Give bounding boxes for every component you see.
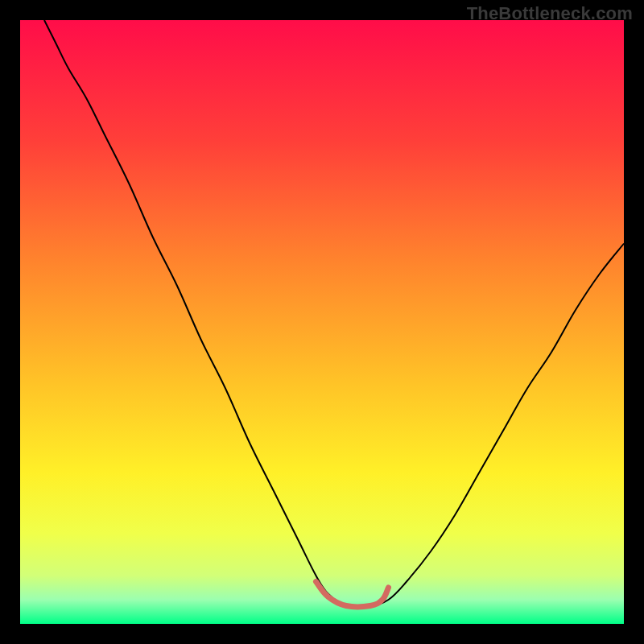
gradient-background — [20, 20, 624, 624]
chart-frame: TheBottleneck.com — [0, 0, 644, 644]
watermark-text: TheBottleneck.com — [467, 3, 633, 24]
plot-area — [20, 20, 624, 624]
bottleneck-chart — [20, 20, 624, 624]
